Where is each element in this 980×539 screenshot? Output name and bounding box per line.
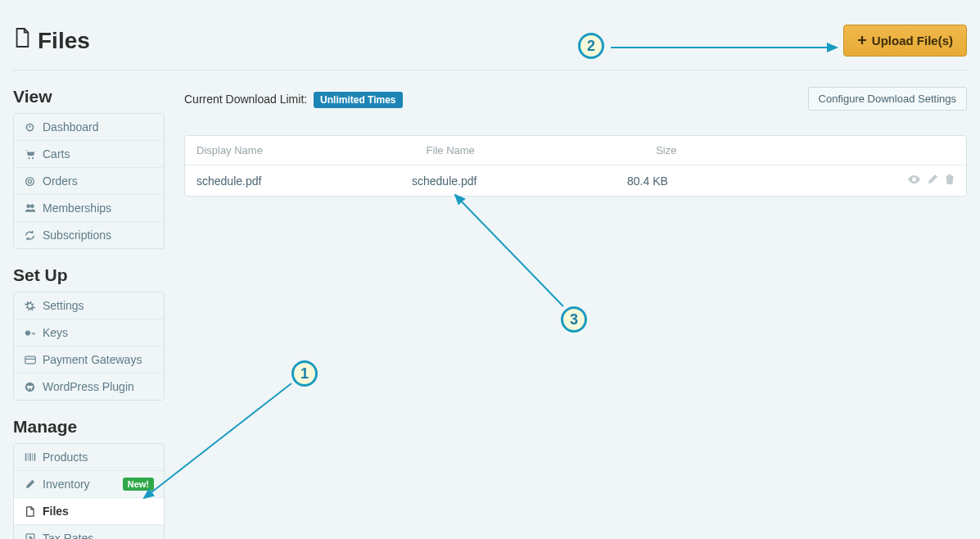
nav-item-keys[interactable]: Keys bbox=[14, 319, 164, 346]
nav-item-products[interactable]: Products bbox=[14, 444, 164, 471]
dashboard-icon bbox=[24, 122, 36, 133]
new-badge: New! bbox=[123, 478, 154, 491]
annotation-bubble-3: 3 bbox=[561, 306, 587, 333]
delete-icon[interactable] bbox=[945, 174, 955, 188]
svg-point-3 bbox=[28, 179, 31, 183]
view-icon[interactable] bbox=[907, 174, 921, 188]
pencil-icon bbox=[24, 479, 36, 489]
nav-item-label: Keys bbox=[43, 326, 154, 339]
page-title: Files bbox=[13, 27, 90, 54]
annotation-bubble-1: 1 bbox=[291, 360, 318, 387]
download-limit-text: Current Download Limit: bbox=[184, 93, 307, 106]
cart-icon bbox=[24, 149, 36, 160]
download-limit-value: Unlimited Times bbox=[314, 92, 402, 108]
nav-item-files[interactable]: Files bbox=[14, 498, 164, 525]
nav-item-label: WordPress Plugin bbox=[43, 380, 154, 393]
nav-item-tax-rates[interactable]: Tax Rates bbox=[14, 525, 164, 539]
nav-item-memberships[interactable]: Memberships bbox=[14, 195, 164, 222]
svg-point-2 bbox=[26, 177, 34, 185]
nav-item-label: Settings bbox=[43, 299, 154, 312]
svg-point-6 bbox=[25, 330, 29, 335]
svg-point-0 bbox=[28, 157, 29, 159]
nav-item-inventory[interactable]: Inventory New! bbox=[14, 471, 164, 498]
nav-item-subscriptions[interactable]: Subscriptions bbox=[14, 222, 164, 248]
nav-item-wordpress-plugin[interactable]: WordPress Plugin bbox=[14, 374, 164, 400]
annotation-bubble-2: 2 bbox=[578, 33, 604, 59]
nav-item-settings[interactable]: Settings bbox=[14, 292, 164, 319]
nav-item-carts[interactable]: Carts bbox=[14, 141, 164, 168]
refresh-icon bbox=[24, 230, 36, 241]
nav-item-label: Files bbox=[43, 505, 154, 518]
nav-item-label: Orders bbox=[43, 174, 154, 188]
nav-group-view: Dashboard Carts Orders Memberships Subsc… bbox=[13, 113, 165, 249]
svg-rect-7 bbox=[25, 356, 34, 364]
gear-icon bbox=[24, 301, 36, 311]
barcode-icon bbox=[24, 452, 36, 462]
nav-item-label: Tax Rates bbox=[43, 532, 154, 539]
nav-item-label: Products bbox=[43, 451, 154, 464]
configure-download-settings-button[interactable]: Configure Download Settings bbox=[808, 87, 967, 111]
col-display-name: Display Name bbox=[196, 144, 427, 156]
sidebar-section-view-title: View bbox=[13, 87, 165, 106]
edit-icon[interactable] bbox=[928, 174, 938, 188]
col-file-name: File Name bbox=[427, 144, 657, 156]
svg-point-4 bbox=[26, 204, 30, 208]
page-title-text: Files bbox=[38, 28, 90, 54]
table-row[interactable]: schedule.pdf schedule.pdf 80.4 KB bbox=[185, 165, 966, 196]
row-actions bbox=[907, 174, 955, 188]
nav-group-manage: Products Inventory New! Files Tax Rates bbox=[13, 443, 165, 539]
nav-item-label: Dashboard bbox=[43, 120, 154, 134]
dollar-icon bbox=[24, 533, 36, 540]
nav-item-payment-gateways[interactable]: Payment Gateways bbox=[14, 346, 164, 374]
file-icon bbox=[13, 27, 31, 54]
col-size: Size bbox=[656, 144, 955, 156]
download-limit-label: Current Download Limit: Unlimited Times bbox=[184, 93, 403, 106]
page-header: Files Upload File(s) bbox=[13, 0, 967, 70]
nav-item-label: Payment Gateways bbox=[43, 353, 154, 366]
nav-group-setup: Settings Keys Payment Gateways WordPress… bbox=[13, 292, 165, 401]
upload-files-label: Upload File(s) bbox=[872, 34, 953, 48]
file-icon bbox=[24, 506, 36, 517]
nav-item-dashboard[interactable]: Dashboard bbox=[14, 114, 164, 141]
cell-size: 80.4 KB bbox=[627, 174, 907, 188]
cell-file-name: schedule.pdf bbox=[412, 174, 627, 188]
files-table: Display Name File Name Size schedule.pdf… bbox=[184, 135, 967, 197]
plus-icon bbox=[857, 34, 867, 48]
orders-icon bbox=[24, 176, 36, 187]
nav-item-label: Carts bbox=[43, 147, 154, 161]
svg-point-5 bbox=[30, 204, 34, 208]
sidebar-section-setup-title: Set Up bbox=[13, 265, 165, 285]
sidebar: View Dashboard Carts Orders Memberships bbox=[13, 87, 165, 539]
upload-files-button[interactable]: Upload File(s) bbox=[843, 25, 967, 57]
sidebar-section-manage-title: Manage bbox=[13, 417, 165, 437]
key-icon bbox=[24, 328, 36, 338]
svg-point-1 bbox=[32, 157, 34, 159]
download-limit-row: Current Download Limit: Unlimited Times … bbox=[184, 87, 967, 111]
members-icon bbox=[24, 203, 36, 213]
nav-item-label: Inventory bbox=[43, 478, 116, 491]
nav-item-label: Memberships bbox=[43, 202, 154, 215]
cell-display-name: schedule.pdf bbox=[196, 174, 412, 188]
wordpress-icon bbox=[24, 382, 36, 392]
nav-item-orders[interactable]: Orders bbox=[14, 168, 164, 195]
nav-item-label: Subscriptions bbox=[43, 229, 154, 242]
table-header-row: Display Name File Name Size bbox=[185, 136, 966, 165]
card-icon bbox=[24, 356, 36, 365]
